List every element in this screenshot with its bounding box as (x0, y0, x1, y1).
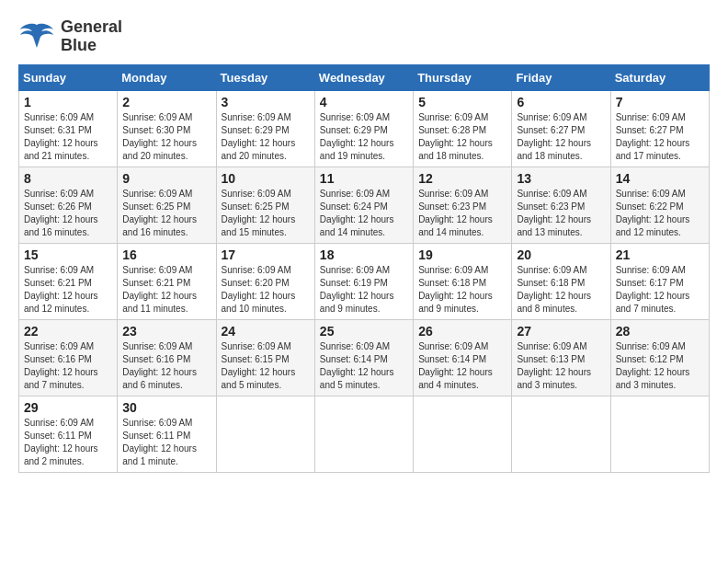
calendar-day-11: 11 Sunrise: 6:09 AMSunset: 6:24 PMDaylig… (314, 167, 413, 243)
day-number: 23 (122, 324, 210, 339)
weekday-header-thursday: Thursday (414, 64, 512, 90)
calendar-day-13: 13 Sunrise: 6:09 AMSunset: 6:23 PMDaylig… (512, 167, 610, 243)
day-info: Sunrise: 6:09 AMSunset: 6:21 PMDaylight:… (122, 265, 197, 314)
day-number: 2 (122, 95, 210, 109)
calendar-day-23: 23 Sunrise: 6:09 AMSunset: 6:16 PMDaylig… (118, 319, 216, 396)
weekday-header-wednesday: Wednesday (314, 64, 413, 90)
empty-cell (216, 396, 314, 472)
calendar-day-20: 20 Sunrise: 6:09 AMSunset: 6:18 PMDaylig… (512, 243, 610, 319)
calendar-table: SundayMondayTuesdayWednesdayThursdayFrid… (18, 64, 710, 473)
day-number: 28 (616, 324, 704, 339)
day-info: Sunrise: 6:09 AMSunset: 6:15 PMDaylight:… (222, 341, 296, 390)
weekday-header-sunday: Sunday (19, 64, 118, 90)
day-info: Sunrise: 6:09 AMSunset: 6:19 PMDaylight:… (320, 265, 394, 314)
calendar-day-21: 21 Sunrise: 6:09 AMSunset: 6:17 PMDaylig… (610, 243, 709, 319)
calendar-day-29: 29 Sunrise: 6:09 AMSunset: 6:11 PMDaylig… (19, 396, 118, 472)
day-number: 5 (418, 95, 506, 109)
day-number: 17 (222, 247, 310, 262)
day-number: 26 (418, 324, 506, 339)
calendar-day-3: 3 Sunrise: 6:09 AMSunset: 6:29 PMDayligh… (216, 90, 314, 167)
day-number: 25 (320, 324, 408, 339)
day-info: Sunrise: 6:09 AMSunset: 6:23 PMDaylight:… (418, 189, 493, 237)
day-number: 6 (517, 95, 605, 109)
calendar-week-3: 15 Sunrise: 6:09 AMSunset: 6:21 PMDaylig… (19, 243, 710, 319)
day-number: 19 (418, 247, 506, 262)
day-number: 18 (320, 247, 408, 262)
day-info: Sunrise: 6:09 AMSunset: 6:23 PMDaylight:… (517, 189, 591, 237)
calendar-day-15: 15 Sunrise: 6:09 AMSunset: 6:21 PMDaylig… (19, 243, 118, 319)
day-number: 1 (24, 95, 112, 109)
day-info: Sunrise: 6:09 AMSunset: 6:16 PMDaylight:… (122, 341, 197, 390)
day-number: 7 (616, 95, 704, 109)
day-info: Sunrise: 6:09 AMSunset: 6:11 PMDaylight:… (122, 418, 197, 466)
day-number: 12 (418, 171, 506, 186)
day-number: 9 (122, 171, 210, 186)
day-info: Sunrise: 6:09 AMSunset: 6:16 PMDaylight:… (24, 341, 98, 390)
day-number: 20 (517, 247, 605, 262)
day-number: 11 (320, 171, 408, 186)
day-info: Sunrise: 6:09 AMSunset: 6:27 PMDaylight:… (517, 112, 591, 161)
day-number: 3 (222, 95, 310, 109)
calendar-week-2: 8 Sunrise: 6:09 AMSunset: 6:26 PMDayligh… (19, 167, 710, 243)
calendar-day-19: 19 Sunrise: 6:09 AMSunset: 6:18 PMDaylig… (414, 243, 512, 319)
day-number: 14 (616, 171, 704, 186)
day-number: 4 (320, 95, 408, 109)
day-info: Sunrise: 6:09 AMSunset: 6:27 PMDaylight:… (616, 112, 690, 161)
calendar-week-5: 29 Sunrise: 6:09 AMSunset: 6:11 PMDaylig… (19, 396, 710, 472)
day-info: Sunrise: 6:09 AMSunset: 6:13 PMDaylight:… (517, 341, 591, 390)
empty-cell (610, 396, 709, 472)
calendar-day-5: 5 Sunrise: 6:09 AMSunset: 6:28 PMDayligh… (414, 90, 512, 167)
calendar-day-25: 25 Sunrise: 6:09 AMSunset: 6:14 PMDaylig… (314, 319, 413, 396)
day-info: Sunrise: 6:09 AMSunset: 6:18 PMDaylight:… (517, 265, 591, 314)
day-info: Sunrise: 6:09 AMSunset: 6:14 PMDaylight:… (320, 341, 394, 390)
logo-icon (18, 20, 55, 52)
calendar-day-16: 16 Sunrise: 6:09 AMSunset: 6:21 PMDaylig… (118, 243, 216, 319)
day-number: 29 (24, 400, 112, 415)
day-info: Sunrise: 6:09 AMSunset: 6:11 PMDaylight:… (24, 418, 98, 466)
weekday-header-saturday: Saturday (610, 64, 709, 90)
empty-cell (314, 396, 413, 472)
day-info: Sunrise: 6:09 AMSunset: 6:28 PMDaylight:… (418, 112, 493, 161)
day-info: Sunrise: 6:09 AMSunset: 6:20 PMDaylight:… (222, 265, 296, 314)
calendar-day-17: 17 Sunrise: 6:09 AMSunset: 6:20 PMDaylig… (216, 243, 314, 319)
calendar-day-7: 7 Sunrise: 6:09 AMSunset: 6:27 PMDayligh… (610, 90, 709, 167)
day-number: 8 (24, 171, 112, 186)
day-number: 22 (24, 324, 112, 339)
calendar-day-10: 10 Sunrise: 6:09 AMSunset: 6:25 PMDaylig… (216, 167, 314, 243)
day-info: Sunrise: 6:09 AMSunset: 6:25 PMDaylight:… (122, 189, 197, 237)
calendar-day-14: 14 Sunrise: 6:09 AMSunset: 6:22 PMDaylig… (610, 167, 709, 243)
calendar-day-28: 28 Sunrise: 6:09 AMSunset: 6:12 PMDaylig… (610, 319, 709, 396)
calendar-week-1: 1 Sunrise: 6:09 AMSunset: 6:31 PMDayligh… (19, 90, 710, 167)
empty-cell (414, 396, 512, 472)
day-number: 15 (24, 247, 112, 262)
weekday-header-friday: Friday (512, 64, 610, 90)
day-info: Sunrise: 6:09 AMSunset: 6:30 PMDaylight:… (122, 112, 197, 161)
day-info: Sunrise: 6:09 AMSunset: 6:14 PMDaylight:… (418, 341, 493, 390)
calendar-day-24: 24 Sunrise: 6:09 AMSunset: 6:15 PMDaylig… (216, 319, 314, 396)
calendar-day-4: 4 Sunrise: 6:09 AMSunset: 6:29 PMDayligh… (314, 90, 413, 167)
day-info: Sunrise: 6:09 AMSunset: 6:18 PMDaylight:… (418, 265, 493, 314)
calendar-week-4: 22 Sunrise: 6:09 AMSunset: 6:16 PMDaylig… (19, 319, 710, 396)
day-number: 10 (222, 171, 310, 186)
calendar-day-6: 6 Sunrise: 6:09 AMSunset: 6:27 PMDayligh… (512, 90, 610, 167)
calendar-day-27: 27 Sunrise: 6:09 AMSunset: 6:13 PMDaylig… (512, 319, 610, 396)
calendar-day-8: 8 Sunrise: 6:09 AMSunset: 6:26 PMDayligh… (19, 167, 118, 243)
calendar-day-22: 22 Sunrise: 6:09 AMSunset: 6:16 PMDaylig… (19, 319, 118, 396)
logo-text: General Blue (61, 18, 122, 55)
day-info: Sunrise: 6:09 AMSunset: 6:24 PMDaylight:… (320, 189, 394, 237)
calendar-day-9: 9 Sunrise: 6:09 AMSunset: 6:25 PMDayligh… (118, 167, 216, 243)
day-number: 27 (517, 324, 605, 339)
day-info: Sunrise: 6:09 AMSunset: 6:31 PMDaylight:… (24, 112, 98, 161)
day-info: Sunrise: 6:09 AMSunset: 6:22 PMDaylight:… (616, 189, 690, 237)
calendar-day-18: 18 Sunrise: 6:09 AMSunset: 6:19 PMDaylig… (314, 243, 413, 319)
calendar-day-2: 2 Sunrise: 6:09 AMSunset: 6:30 PMDayligh… (118, 90, 216, 167)
weekday-header-monday: Monday (118, 64, 216, 90)
day-info: Sunrise: 6:09 AMSunset: 6:12 PMDaylight:… (616, 341, 690, 390)
day-info: Sunrise: 6:09 AMSunset: 6:29 PMDaylight:… (222, 112, 296, 161)
logo: General Blue (18, 18, 122, 55)
calendar-day-30: 30 Sunrise: 6:09 AMSunset: 6:11 PMDaylig… (118, 396, 216, 472)
day-number: 16 (122, 247, 210, 262)
calendar-day-1: 1 Sunrise: 6:09 AMSunset: 6:31 PMDayligh… (19, 90, 118, 167)
day-info: Sunrise: 6:09 AMSunset: 6:29 PMDaylight:… (320, 112, 394, 161)
day-info: Sunrise: 6:09 AMSunset: 6:17 PMDaylight:… (616, 265, 690, 314)
